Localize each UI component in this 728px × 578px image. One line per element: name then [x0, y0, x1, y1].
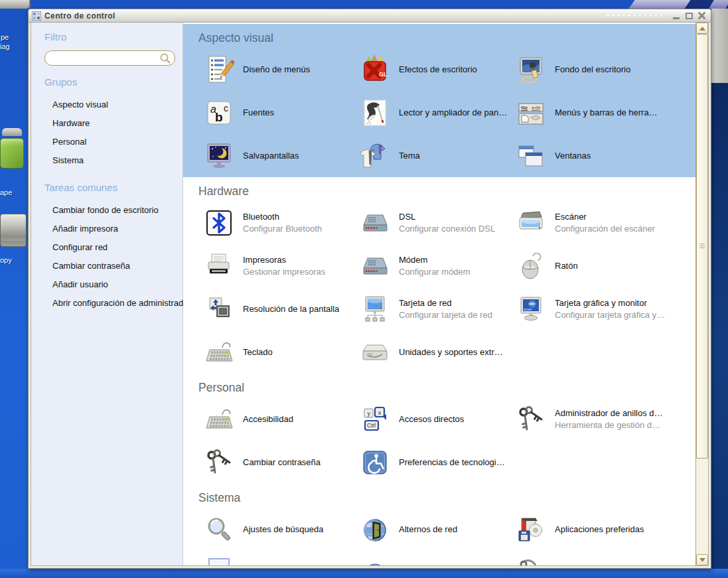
- scroll-down-button[interactable]: [696, 554, 708, 565]
- svg-text:y: y: [368, 410, 371, 417]
- item-sublabel: Configurar tarjeta de red: [399, 309, 492, 321]
- item-accessibility-keyboard[interactable]: Accesibilidad: [204, 403, 360, 435]
- titlebar[interactable]: Centro de control: [29, 9, 711, 23]
- close-icon: [697, 11, 706, 20]
- sidebar-group-personal[interactable]: Personal: [31, 133, 182, 151]
- sidebar-task-anadir-usuario[interactable]: Añadir usuario: [31, 275, 182, 294]
- sidebar-group-hardware[interactable]: Hardware: [31, 114, 182, 133]
- item-text: Teclado: [243, 346, 273, 358]
- menus-toolbars-icon: fileedit: [516, 98, 546, 128]
- item-text: Accesos directos: [399, 413, 464, 425]
- svg-text:b: b: [215, 110, 223, 124]
- item-network-card[interactable]: Tarjeta de redConfigurar tarjeta de red: [360, 293, 516, 325]
- item-text: Resolución de la pantalla: [243, 303, 339, 315]
- item-preferred-apps[interactable]: Aplicaciones preferidas: [516, 514, 682, 545]
- item-printer[interactable]: ImpresorasGestionar impresoras: [204, 250, 360, 282]
- item-text: Tarjeta de redConfigurar tarjeta de red: [399, 297, 492, 321]
- item-desktop-effects[interactable]: GLEfectos de escritorio: [360, 54, 516, 86]
- scrollbar-track[interactable]: [696, 34, 708, 554]
- item-partial-keys[interactable]: [516, 557, 682, 565]
- item-scanner[interactable]: EscánerConfiguración del escáner: [516, 207, 682, 239]
- item-sublabel: Configuración del escáner: [555, 223, 655, 235]
- item-password-keys[interactable]: Cambiar contraseña: [204, 447, 360, 478]
- filter-heading: Filtro: [44, 31, 182, 42]
- partial-keys-icon: [516, 557, 546, 565]
- svg-text:suse: suse: [524, 307, 532, 311]
- window-icon: [32, 11, 41, 21]
- close-button[interactable]: [696, 11, 707, 21]
- item-modem[interactable]: MódemConfigurar módem: [360, 250, 516, 282]
- item-menus-toolbars[interactable]: fileeditMenús y barras de herra…: [516, 97, 682, 129]
- item-label: Módem: [399, 254, 471, 266]
- item-fonts[interactable]: abcFuentes: [204, 97, 360, 129]
- item-sublabel: Gestionar impresoras: [243, 266, 325, 278]
- item-screensaver[interactable]: Salvapantallas: [204, 140, 360, 172]
- sidebar-task-abrir-configuracion-de-administrador[interactable]: Abrir configuración de administrador: [31, 294, 182, 313]
- item-menu-layout[interactable]: Diseño de menús: [204, 54, 360, 86]
- groups-heading: Grupos: [44, 76, 182, 88]
- printer-icon: [204, 251, 234, 281]
- item-windows[interactable]: Ventanas: [516, 140, 682, 172]
- sidebar-task-cambiar-fondo-de-escritorio[interactable]: Cambiar fondo de escritorio: [31, 201, 182, 220]
- item-partial-rect[interactable]: [204, 557, 360, 565]
- window-body: Filtro Grupos Aspecto visualHardwarePers…: [31, 23, 709, 566]
- item-network-proxy[interactable]: Alternos de red: [360, 514, 516, 545]
- item-graphics-card[interactable]: suseTarjeta gráfica y monitorConfigurar …: [516, 293, 682, 325]
- scrollbar-thumb[interactable]: [696, 34, 708, 459]
- item-mouse[interactable]: Ratón: [516, 250, 682, 282]
- screen-reader-icon: [360, 98, 390, 128]
- sidebar-task-configurar-red[interactable]: Configurar red: [31, 238, 182, 257]
- dsl-icon: [360, 208, 390, 238]
- item-bluetooth[interactable]: BluetoothConfigurar Bluetooth: [204, 207, 360, 239]
- sidebar-group-aspecto-visual[interactable]: Aspecto visual: [31, 96, 182, 114]
- item-sublabel: Configurar módem: [399, 266, 471, 278]
- maximize-button[interactable]: [684, 11, 694, 21]
- item-desktop-background[interactable]: Fondo del escritorio: [516, 54, 682, 86]
- keyboard-icon: [204, 337, 234, 368]
- item-label: Fuentes: [243, 107, 274, 119]
- item-text: Fondo del escritorio: [555, 64, 630, 76]
- minimize-button[interactable]: [671, 11, 682, 21]
- sidebar-task-anadir-impresora[interactable]: Añadir impresora: [31, 220, 182, 238]
- item-label: Ventanas: [555, 150, 591, 162]
- svg-text:x: x: [378, 409, 382, 416]
- item-screen-resolution[interactable]: Resolución de la pantalla: [204, 293, 360, 325]
- desktop-icon-fragment: [0, 138, 24, 169]
- item-assistive-tech[interactable]: Preferencias de tecnologi…: [360, 447, 516, 478]
- item-text: DSLConfigurar conexión DSL: [399, 211, 495, 235]
- item-theme[interactable]: Tema: [360, 140, 516, 172]
- scroll-up-button[interactable]: [696, 23, 708, 34]
- arrow-up-icon: [699, 27, 705, 31]
- item-removable-media[interactable]: Unidades y soportes extr…: [360, 336, 516, 368]
- search-input[interactable]: [44, 50, 175, 66]
- item-text: Tema: [399, 150, 420, 162]
- item-sublabel: Configurar Bluetooth: [243, 223, 322, 235]
- item-label: Ajustes de búsqueda: [243, 524, 323, 536]
- window-frame: Filtro Grupos Aspecto visualHardwarePers…: [29, 23, 711, 568]
- item-keyboard[interactable]: Teclado: [204, 336, 360, 368]
- item-text: Efectos de escritorio: [399, 64, 477, 76]
- accessibility-keyboard-icon: [204, 404, 234, 435]
- item-label: Accesibilidad: [243, 413, 293, 425]
- item-label: Administrador de anillos d…: [555, 407, 663, 419]
- sidebar-task-cambiar-contrasena[interactable]: Cambiar contraseña: [31, 257, 182, 275]
- maximize-icon: [686, 13, 693, 19]
- item-dsl[interactable]: DSLConfigurar conexión DSL: [360, 207, 516, 239]
- item-text: Ajustes de búsqueda: [243, 524, 323, 536]
- sidebar-group-sistema[interactable]: Sistema: [31, 151, 182, 170]
- section-hardware: HardwareBluetoothConfigurar BluetoothDSL…: [183, 177, 695, 374]
- item-text: Unidades y soportes extr…: [399, 346, 503, 358]
- item-screen-reader[interactable]: Lector y ampliador de pan…: [360, 97, 516, 129]
- section-title: Hardware: [198, 184, 695, 198]
- item-text: Salvapantallas: [243, 150, 299, 162]
- item-shortcuts[interactable]: yxCtrlAccesos directos: [360, 403, 516, 435]
- item-search-settings[interactable]: Ajustes de búsqueda: [204, 514, 360, 545]
- item-keyring[interactable]: Administrador de anillos d…Herramienta d…: [516, 403, 682, 435]
- groups-list: Aspecto visualHardwarePersonalSistema: [31, 96, 182, 170]
- screen-resolution-icon: [204, 294, 234, 325]
- vertical-scrollbar[interactable]: [695, 23, 708, 565]
- graphics-card-icon: suse: [516, 294, 546, 325]
- item-text: ImpresorasGestionar impresoras: [243, 254, 325, 278]
- item-partial-globe[interactable]: [360, 557, 516, 565]
- section-aspecto-visual: Aspecto visualDiseño de menúsGLEfectos d…: [183, 24, 695, 177]
